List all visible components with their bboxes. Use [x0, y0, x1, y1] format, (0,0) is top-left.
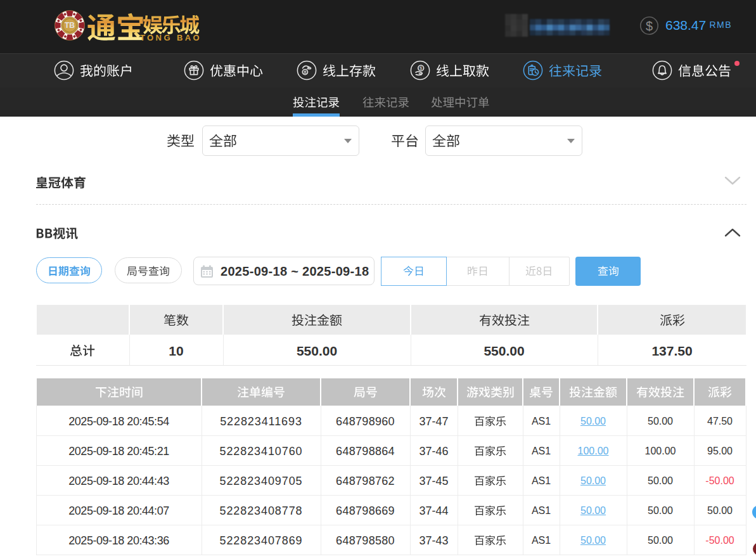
svg-text:$: $	[646, 19, 653, 33]
